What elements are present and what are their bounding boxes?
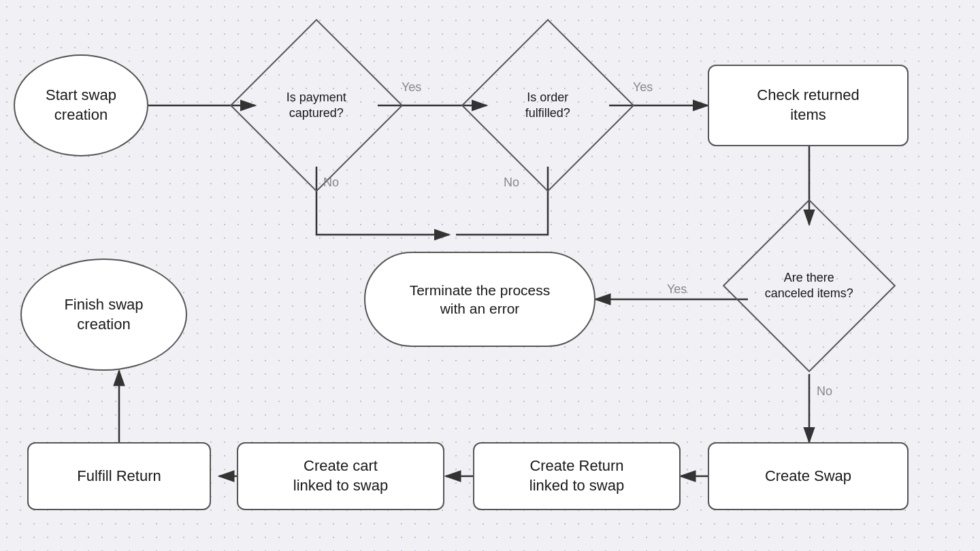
- create-cart-node: Create cart linked to swap: [237, 442, 444, 510]
- check-returned-items-node: Check returned items: [708, 65, 909, 146]
- terminate-node: Terminate the process with an error: [364, 252, 595, 347]
- terminate-label: Terminate the process with an error: [410, 281, 551, 318]
- yes-label-3: Yes: [667, 282, 687, 297]
- no-label-2: No: [504, 176, 519, 190]
- start-swap-label: Start swap creation: [46, 86, 116, 124]
- payment-captured-label: Is payment captured?: [287, 90, 346, 122]
- create-swap-node: Create Swap: [708, 442, 909, 510]
- yes-label-1: Yes: [402, 80, 421, 95]
- create-swap-label: Create Swap: [765, 467, 851, 486]
- no-label-3: No: [817, 384, 832, 399]
- start-swap-creation-node: Start swap creation: [14, 54, 148, 156]
- fulfill-return-label: Fulfill Return: [77, 467, 161, 486]
- canceled-items-label: Are there canceled items?: [765, 270, 853, 302]
- create-cart-label: Create cart linked to swap: [293, 456, 388, 495]
- yes-label-2: Yes: [633, 80, 653, 95]
- no-label-1: No: [323, 176, 339, 190]
- order-fulfilled-label: Is order fulfilled?: [525, 90, 570, 122]
- finish-swap-creation-node: Finish swap creation: [20, 258, 187, 371]
- check-returned-label: Check returned items: [757, 86, 859, 124]
- finish-swap-label: Finish swap creation: [64, 295, 143, 334]
- create-return-label: Create Return linked to swap: [529, 456, 624, 495]
- create-return-node: Create Return linked to swap: [473, 442, 681, 510]
- flowchart-diagram: Start swap creation Is payment captured?…: [0, 0, 980, 551]
- fulfill-return-node: Fulfill Return: [27, 442, 211, 510]
